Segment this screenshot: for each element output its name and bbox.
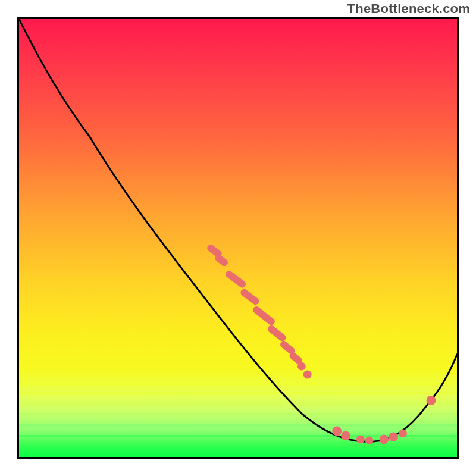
marker-cluster-upper [206, 243, 312, 379]
marker-cluster-trough [332, 427, 407, 445]
svg-point-8 [298, 362, 306, 371]
svg-point-12 [356, 435, 365, 443]
svg-rect-5 [267, 324, 287, 343]
svg-point-14 [379, 434, 389, 444]
svg-point-9 [303, 371, 312, 379]
bottleneck-curve [19, 19, 457, 441]
svg-rect-3 [239, 287, 261, 306]
svg-rect-2 [224, 270, 248, 289]
svg-rect-4 [252, 305, 277, 327]
svg-point-10 [332, 427, 342, 436]
marker-right-limb [427, 396, 436, 405]
svg-point-15 [389, 432, 398, 441]
svg-point-16 [399, 430, 407, 438]
plot-area [17, 17, 459, 459]
svg-point-13 [365, 436, 374, 444]
svg-point-11 [341, 431, 350, 440]
watermark-text: TheBottleneck.com [347, 1, 470, 17]
curve-overlay-svg [19, 19, 457, 457]
chart-stage: TheBottleneck.com [0, 0, 476, 476]
